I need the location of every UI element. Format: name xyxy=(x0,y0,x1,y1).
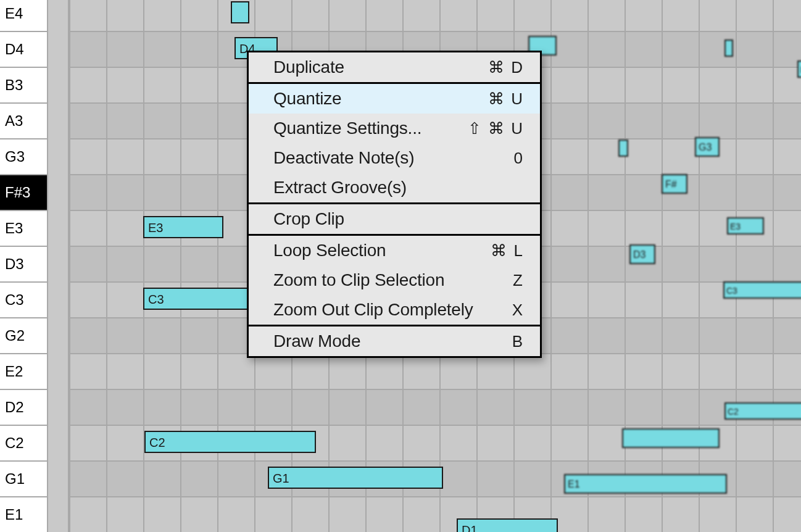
grid-line xyxy=(106,0,107,532)
midi-note[interactable]: E1 xyxy=(564,474,727,494)
menu-item-draw-mode[interactable]: Draw ModeB xyxy=(249,326,540,356)
menu-item-label: Zoom to Clip Selection xyxy=(273,270,444,290)
menu-item-shortcut: B xyxy=(512,332,524,351)
midi-note[interactable]: C2 xyxy=(724,402,801,420)
midi-note[interactable] xyxy=(724,39,733,57)
midi-note[interactable]: G1 xyxy=(268,467,443,489)
menu-item-deactivate-note-s[interactable]: Deactivate Note(s)0 xyxy=(249,143,540,173)
menu-section: Crop Clip xyxy=(249,202,540,234)
midi-note[interactable]: C2 xyxy=(144,431,316,453)
piano-keys: E4D4B3A3G3F#3E3D3C3G2E2D2C2G1E1 xyxy=(0,0,48,532)
piano-key[interactable]: G1 xyxy=(0,460,47,496)
midi-note[interactable] xyxy=(231,1,249,23)
midi-note[interactable]: G3 xyxy=(695,137,720,157)
menu-item-label: Draw Mode xyxy=(273,331,360,351)
menu-item-shortcut: ⌘ D xyxy=(488,58,524,77)
key-gutter xyxy=(48,0,69,532)
midi-note[interactable] xyxy=(618,139,628,157)
menu-item-label: Quantize Settings... xyxy=(273,118,421,138)
piano-key[interactable]: D4 xyxy=(0,31,47,67)
piano-key[interactable]: E2 xyxy=(0,353,47,389)
menu-item-label: Loop Selection xyxy=(273,241,386,260)
menu-item-label: Quantize xyxy=(273,89,341,109)
piano-key[interactable]: B3 xyxy=(0,67,47,102)
piano-key[interactable]: G3 xyxy=(0,138,47,174)
piano-key[interactable]: A3 xyxy=(0,102,47,138)
grid-line xyxy=(550,0,552,532)
midi-note[interactable] xyxy=(622,428,720,448)
menu-section: Duplicate⌘ D xyxy=(249,52,540,82)
menu-item-quantize-settings[interactable]: Quantize Settings...⇧ ⌘ U xyxy=(249,114,540,143)
grid-line xyxy=(736,0,737,532)
grid-line xyxy=(587,0,589,532)
piano-key[interactable]: E3 xyxy=(0,210,47,246)
menu-item-label: Crop Clip xyxy=(273,209,344,229)
menu-item-duplicate[interactable]: Duplicate⌘ D xyxy=(249,52,540,82)
menu-item-extract-groove-s[interactable]: Extract Groove(s) xyxy=(249,173,540,202)
menu-item-zoom-out-clip-completely[interactable]: Zoom Out Clip CompletelyX xyxy=(249,295,540,325)
piano-key[interactable]: G2 xyxy=(0,317,47,353)
midi-note[interactable]: D1 xyxy=(457,518,558,532)
menu-section: Quantize⌘ UQuantize Settings...⇧ ⌘ UDeac… xyxy=(249,82,540,202)
piano-key[interactable]: F#3 xyxy=(0,174,47,210)
midi-note[interactable]: D4 xyxy=(797,60,801,78)
piano-key[interactable]: C3 xyxy=(0,281,47,317)
grid-line xyxy=(699,0,700,532)
midi-note[interactable]: D3 xyxy=(629,244,655,264)
grid-line xyxy=(69,0,70,532)
piano-key[interactable]: E1 xyxy=(0,496,47,532)
midi-note[interactable]: C3 xyxy=(723,281,801,299)
menu-item-shortcut: ⌘ L xyxy=(491,241,524,260)
menu-item-shortcut: 0 xyxy=(514,149,524,168)
menu-item-quantize[interactable]: Quantize⌘ U xyxy=(249,84,540,114)
menu-item-shortcut: ⌘ U xyxy=(488,89,524,109)
menu-section: Loop Selection⌘ LZoom to Clip SelectionZ… xyxy=(249,234,540,325)
midi-note[interactable]: F# xyxy=(662,174,687,194)
midi-note[interactable]: E3 xyxy=(143,216,223,238)
menu-item-shortcut: X xyxy=(512,301,524,320)
menu-item-label: Deactivate Note(s) xyxy=(273,148,414,168)
piano-key[interactable]: C2 xyxy=(0,425,47,460)
menu-item-zoom-to-clip-selection[interactable]: Zoom to Clip SelectionZ xyxy=(249,265,540,295)
piano-key[interactable]: D3 xyxy=(0,246,47,281)
context-menu: Duplicate⌘ DQuantize⌘ UQuantize Settings… xyxy=(247,51,542,358)
menu-section: Draw ModeB xyxy=(249,325,540,356)
menu-item-label: Zoom Out Clip Completely xyxy=(273,300,473,320)
midi-note[interactable]: E3 xyxy=(727,217,764,235)
menu-item-label: Extract Groove(s) xyxy=(273,178,407,197)
menu-item-shortcut: Z xyxy=(513,271,524,290)
menu-item-shortcut: ⇧ ⌘ U xyxy=(468,119,524,138)
menu-item-crop-clip[interactable]: Crop Clip xyxy=(249,204,540,234)
grid-line xyxy=(773,0,774,532)
grid-line xyxy=(625,0,626,532)
piano-key[interactable]: E4 xyxy=(0,0,47,31)
piano-key[interactable]: D2 xyxy=(0,389,47,425)
grid-line xyxy=(662,0,663,532)
menu-item-label: Duplicate xyxy=(273,57,344,77)
menu-item-loop-selection[interactable]: Loop Selection⌘ L xyxy=(249,236,540,265)
